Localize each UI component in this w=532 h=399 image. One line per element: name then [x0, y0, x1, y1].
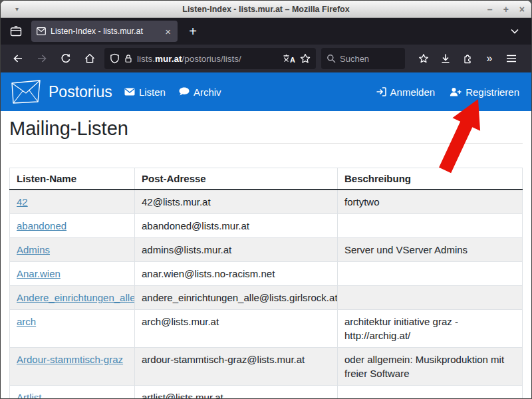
table-row: Anar.wien anar.wien@lists.no-racism.net	[10, 262, 523, 286]
list-address-cell: admins@lists.mur.at	[135, 238, 338, 262]
list-address-cell: abandoned@lists.mur.at	[135, 214, 338, 238]
url-path: /postorius/lists/	[182, 54, 241, 64]
url-text[interactable]: lists.mur.at/postorius/lists/	[137, 54, 283, 64]
sign-in-icon	[376, 87, 386, 96]
list-address-cell: anar.wien@lists.no-racism.net	[135, 262, 338, 286]
table-body: 42 42@lists.mur.at fortytwo abandoned ab…	[10, 190, 523, 399]
user-plus-icon	[450, 87, 462, 96]
firefox-window: ▾ Listen-Index - lists.mur.at – Mozilla …	[0, 0, 532, 399]
url-bar[interactable]: lists.mur.at/postorius/lists/ A	[104, 48, 316, 69]
back-icon[interactable]	[9, 49, 27, 68]
svg-text:A: A	[290, 56, 295, 64]
list-address-cell: arch@lists.mur.at	[135, 310, 338, 348]
heading-divider	[9, 143, 523, 144]
list-address-cell: andere_einrichtungen_alle@lists.girlsroc…	[135, 286, 338, 310]
list-description-cell	[338, 214, 523, 238]
list-description-cell: oder allgemein: Musikproduktion mit frei…	[338, 348, 523, 386]
new-tab-button[interactable]: +	[183, 21, 203, 41]
search-icon	[327, 54, 336, 63]
list-name-cell: Admins	[10, 238, 135, 262]
search-input[interactable]	[340, 54, 400, 64]
comment-bubble-icon	[179, 87, 190, 96]
window-titlebar[interactable]: ▾ Listen-Index - lists.mur.at – Mozilla …	[1, 1, 531, 18]
site-navbar: Postorius Listen Archiv	[1, 72, 531, 111]
login-label: Anmelden	[390, 86, 436, 98]
list-name-link[interactable]: arch	[17, 316, 36, 327]
list-name-link[interactable]: Ardour-stammtisch-graz	[17, 354, 123, 365]
column-header-beschreibung: Beschreibung	[338, 168, 523, 190]
shield-icon[interactable]	[110, 53, 120, 64]
login-link[interactable]: Anmelden	[376, 86, 436, 98]
page-content: Mailing-Listen Listen-Name Post-Adresse …	[1, 117, 531, 399]
list-name-link[interactable]: Artlist	[17, 392, 42, 399]
table-row: arch arch@lists.mur.at architektur initi…	[10, 310, 523, 348]
list-description-cell: fortytwo	[338, 190, 523, 214]
nav-archiv-label: Archiv	[194, 86, 221, 98]
navigation-toolbar: lists.mur.at/postorius/lists/ A	[1, 45, 531, 72]
tab-title: Listen-Index - lists.mur.at	[51, 27, 164, 36]
register-link[interactable]: Registrieren	[450, 86, 519, 98]
table-row: Ardour-stammtisch-graz ardour-stammtisch…	[10, 348, 523, 386]
nav-listen-label: Listen	[139, 86, 166, 98]
list-description-cell: Server und VServer Admins	[338, 238, 523, 262]
brand-name[interactable]: Postorius	[49, 83, 112, 101]
extensions-puzzle-icon[interactable]	[458, 49, 477, 68]
list-address-cell: artlist@lists.mur.at	[135, 386, 338, 399]
list-name-cell: Anar.wien	[10, 262, 135, 286]
list-description-cell	[338, 386, 523, 399]
badge-star-icon[interactable]	[414, 49, 433, 68]
list-address-cell: ardour-stammtisch-graz@lists.mur.at	[135, 348, 338, 386]
window-title: Listen-Index - lists.mur.at – Mozilla Fi…	[1, 5, 531, 14]
tab-favicon-envelope-icon	[37, 27, 46, 35]
list-name-link[interactable]: 42	[17, 196, 28, 207]
reload-icon[interactable]	[57, 49, 75, 68]
register-label: Registrieren	[466, 86, 519, 98]
list-name-cell: arch	[10, 310, 135, 348]
mailing-lists-table: Listen-Name Post-Adresse Beschreibung 42…	[9, 168, 523, 399]
list-name-link[interactable]: Andere_einrichtungen_alle	[17, 292, 135, 303]
browser-tab[interactable]: Listen-Index - lists.mur.at ×	[31, 21, 178, 42]
column-header-post-adresse: Post-Adresse	[135, 168, 338, 190]
list-name-link[interactable]: abandoned	[17, 220, 66, 231]
table-row: Artlist artlist@lists.mur.at	[10, 386, 523, 399]
envelope-icon	[124, 88, 135, 96]
list-name-link[interactable]: Anar.wien	[17, 268, 61, 279]
url-subdomain: lists.	[137, 54, 155, 64]
home-icon[interactable]	[80, 49, 99, 68]
maximize-button[interactable]: +	[503, 5, 509, 14]
translate-icon[interactable]: A	[283, 53, 296, 64]
list-name-cell: Ardour-stammtisch-graz	[10, 348, 135, 386]
list-name-cell: abandoned	[10, 214, 135, 238]
list-address-cell: 42@lists.mur.at	[135, 190, 338, 214]
firefox-view-icon[interactable]	[6, 21, 26, 41]
table-row: 42 42@lists.mur.at fortytwo	[10, 190, 523, 214]
close-button[interactable]: ×	[519, 5, 525, 14]
downloads-icon[interactable]	[436, 49, 455, 68]
table-row: abandoned abandoned@lists.mur.at	[10, 214, 523, 238]
table-row: Admins admins@lists.mur.at Server und VS…	[10, 238, 523, 262]
minimize-button[interactable]: –	[487, 5, 493, 14]
page-title: Mailing-Listen	[9, 117, 523, 140]
list-name-cell: Andere_einrichtungen_alle	[10, 286, 135, 310]
postorius-brand[interactable]: Postorius	[10, 78, 112, 105]
nav-archiv-link[interactable]: Archiv	[179, 86, 221, 98]
column-header-listen-name: Listen-Name	[10, 168, 135, 190]
tab-close-icon[interactable]: ×	[164, 26, 172, 37]
overflow-menu-icon[interactable]: »	[480, 49, 499, 68]
postorius-logo-envelope-icon	[10, 78, 42, 105]
lock-icon[interactable]	[124, 53, 133, 64]
hamburger-menu-icon[interactable]	[502, 49, 521, 68]
search-box[interactable]	[321, 48, 405, 69]
list-name-link[interactable]: Admins	[17, 244, 50, 255]
window-menu-icon[interactable]: ▾	[15, 5, 19, 13]
list-description-cell: architektur initiative graz - http://arc…	[338, 310, 523, 348]
forward-icon[interactable]	[33, 49, 51, 68]
list-name-cell: 42	[10, 190, 135, 214]
bookmark-star-icon[interactable]	[300, 53, 311, 64]
list-description-cell	[338, 286, 523, 310]
url-domain: mur.at	[155, 54, 182, 64]
list-description-cell	[338, 262, 523, 286]
list-all-tabs-icon[interactable]	[505, 21, 525, 41]
list-name-cell: Artlist	[10, 386, 135, 399]
nav-listen-link[interactable]: Listen	[124, 86, 166, 98]
